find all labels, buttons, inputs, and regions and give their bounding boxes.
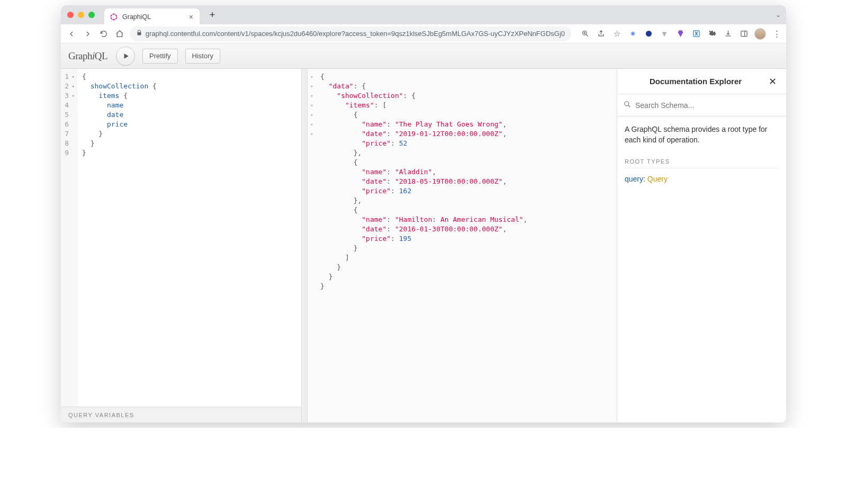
- sidepanel-icon[interactable]: [738, 29, 749, 39]
- traffic-lights: [67, 12, 95, 18]
- extension-icon-4[interactable]: [675, 29, 686, 39]
- graphiql-main: 1▾2▾3▾456789 { showCollection { items { …: [61, 69, 786, 422]
- lock-icon: [136, 30, 142, 38]
- extensions-puzzle-icon[interactable]: [707, 29, 717, 39]
- zoom-icon[interactable]: [580, 29, 590, 39]
- chrome-menu-icon[interactable]: ⋮: [771, 29, 782, 39]
- line-gutter: 1▾2▾3▾456789: [61, 69, 78, 407]
- doc-root-type[interactable]: Query: [647, 175, 668, 183]
- extension-icon-1[interactable]: [627, 29, 638, 39]
- history-button[interactable]: History: [185, 49, 220, 64]
- nav-back-button[interactable]: [65, 27, 78, 41]
- result-pane: ▾▾▾▾▾▾▾ { "data": { "showCollection": { …: [308, 69, 617, 422]
- svg-point-4: [113, 19, 114, 20]
- doc-body: A GraphQL schema provides a root type fo…: [617, 116, 786, 191]
- svg-point-6: [111, 15, 112, 16]
- bookmark-star-icon[interactable]: ☆: [611, 29, 622, 39]
- graphiql-toolbar: GraphiQL Prettify History: [61, 43, 786, 69]
- query-editor-column: 1▾2▾3▾456789 { showCollection { items { …: [61, 69, 302, 422]
- tab-title: GraphiQL: [122, 13, 151, 21]
- nav-home-button[interactable]: [113, 27, 126, 41]
- doc-header: Documentation Explorer ✕: [617, 69, 786, 94]
- extension-icon-3[interactable]: ▼: [659, 29, 670, 39]
- result-json[interactable]: { "data": { "showCollection": { "items":…: [316, 69, 617, 422]
- gutter-line: 5: [63, 110, 75, 120]
- tab-overflow-icon[interactable]: ⌄: [776, 11, 781, 19]
- search-icon: [624, 101, 631, 110]
- tab-strip: GraphiQL × + ⌄: [61, 5, 786, 24]
- gutter-line: 4: [63, 101, 75, 110]
- url-text: graphql.contentful.com/content/v1/spaces…: [146, 30, 565, 38]
- gutter-line: 8: [63, 139, 75, 148]
- svg-point-5: [111, 17, 112, 19]
- chrome-toolbar-icons: ☆ ▼ ⋮: [580, 28, 782, 40]
- graphiql-logo: GraphiQL: [68, 50, 107, 62]
- gutter-line: 1▾: [63, 72, 75, 82]
- svg-point-0: [111, 14, 116, 20]
- nav-forward-button[interactable]: [81, 27, 94, 41]
- svg-rect-9: [741, 31, 746, 37]
- result-fold-gutter: ▾▾▾▾▾▾▾: [308, 69, 316, 422]
- address-bar-row: graphql.contentful.com/content/v1/spaces…: [61, 24, 786, 43]
- doc-description: A GraphQL schema provides a root type fo…: [625, 124, 779, 146]
- svg-point-3: [115, 17, 116, 19]
- pane-resize-handle[interactable]: [302, 69, 308, 422]
- doc-root-line: query: Query: [625, 175, 779, 183]
- query-editor[interactable]: 1▾2▾3▾456789 { showCollection { items { …: [61, 69, 301, 407]
- execute-query-button[interactable]: [116, 47, 135, 66]
- doc-title: Documentation Explorer: [625, 77, 767, 86]
- play-icon: [122, 52, 130, 60]
- window-minimize-icon[interactable]: [78, 12, 84, 18]
- doc-section-header: Root Types: [625, 158, 779, 168]
- browser-tab[interactable]: GraphiQL ×: [104, 8, 200, 25]
- gutter-line: 3▾: [63, 91, 75, 101]
- gutter-line: 6: [63, 120, 75, 129]
- new-tab-button[interactable]: +: [205, 7, 220, 22]
- query-code[interactable]: { showCollection { items { name date pri…: [78, 69, 301, 407]
- gutter-line: 9: [63, 148, 75, 158]
- prettify-button[interactable]: Prettify: [142, 49, 177, 64]
- profile-avatar[interactable]: [754, 28, 766, 40]
- svg-point-1: [113, 14, 114, 15]
- svg-point-2: [115, 15, 116, 16]
- browser-chrome: GraphiQL × + ⌄ graphql.contentful.com/co…: [61, 5, 786, 43]
- gutter-line: 2▾: [63, 82, 75, 91]
- doc-search[interactable]: [617, 94, 786, 116]
- query-variables-bar[interactable]: Query Variables: [61, 407, 301, 422]
- download-icon[interactable]: [723, 29, 733, 39]
- doc-root-field[interactable]: query: [625, 175, 643, 183]
- window-zoom-icon[interactable]: [88, 12, 95, 18]
- tab-close-icon[interactable]: ×: [188, 13, 194, 21]
- favicon-icon: [110, 13, 118, 21]
- gutter-line: 7: [63, 129, 75, 139]
- extension-icon-2[interactable]: [643, 29, 654, 39]
- window-close-icon[interactable]: [67, 12, 74, 18]
- svg-point-11: [625, 102, 629, 106]
- browser-window: GraphiQL × + ⌄ graphql.contentful.com/co…: [61, 5, 786, 422]
- doc-search-input[interactable]: [635, 101, 780, 110]
- documentation-explorer: Documentation Explorer ✕ A GraphQL schem…: [617, 69, 786, 422]
- address-bar[interactable]: graphql.contentful.com/content/v1/spaces…: [130, 26, 571, 41]
- extension-icon-5[interactable]: [691, 29, 701, 39]
- doc-close-button[interactable]: ✕: [767, 74, 779, 89]
- nav-reload-button[interactable]: [97, 27, 110, 41]
- share-icon[interactable]: [596, 29, 606, 39]
